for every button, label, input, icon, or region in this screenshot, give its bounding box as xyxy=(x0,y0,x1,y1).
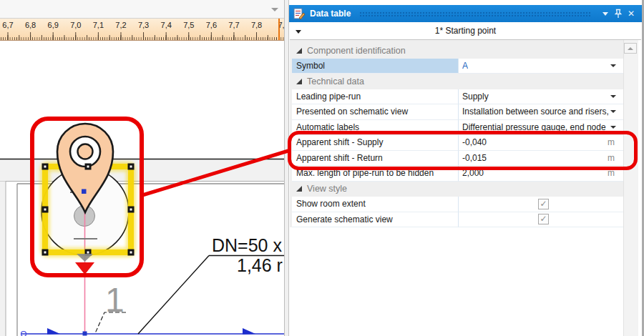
scroll-up-button[interactable] xyxy=(624,43,637,54)
property-label: Max. length of pipe-run to be hidden xyxy=(296,168,434,178)
section-header[interactable]: Technical data xyxy=(292,74,625,89)
section-label: Technical data xyxy=(307,76,364,87)
chevron-up-icon xyxy=(628,47,633,50)
collapse-icon xyxy=(296,79,302,84)
connection-node xyxy=(83,332,87,336)
property-value[interactable]: A xyxy=(462,61,468,71)
data-table-icon xyxy=(293,8,306,20)
ruler-tick-label: 6,8 xyxy=(25,21,36,29)
property-grid: Component identification Symbol A Techni… xyxy=(290,40,625,336)
ruler-tick-label: 6,7 xyxy=(2,21,13,29)
property-row-apparent-shift-return[interactable]: Apparent shift - Return -0,015 m xyxy=(292,151,625,167)
dn-label-line2: 1,46 r xyxy=(237,255,283,275)
horizontal-ruler: 6,7 6,8 6,9 7,0 7,1 7,2 7,3 7,4 7,5 7,6 … xyxy=(0,19,284,41)
titlebar-grip xyxy=(359,11,592,18)
ruler-tick-label: 7,4 xyxy=(161,21,172,29)
property-row-show-room-extent[interactable]: Show room extent ✓ xyxy=(292,197,625,212)
drawing-canvas[interactable]: DN=50 x 1,46 r 1 6,7 6,8 6,9 7,0 7,1 7,2… xyxy=(0,0,284,336)
ruler-tick-label: 7,8 xyxy=(251,21,262,29)
property-label: Symbol xyxy=(296,61,325,71)
checkbox-checked[interactable]: ✓ xyxy=(538,199,549,209)
property-row-max-hidden-length[interactable]: Max. length of pipe-run to be hidden 2,0… xyxy=(292,166,625,182)
ruler-tick-label: 7,6 xyxy=(206,21,217,29)
property-label: Leading pipe-run xyxy=(296,92,361,102)
distribution-pipe[interactable] xyxy=(21,328,285,336)
object-selector[interactable]: 1* Starting point xyxy=(290,22,641,40)
unit-label: m xyxy=(608,153,625,163)
property-row-leading-pipe-run[interactable]: Leading pipe-run Supply xyxy=(292,89,625,105)
ruler-tick-label: 7,3 xyxy=(138,21,149,29)
check-icon: ✓ xyxy=(540,199,547,209)
property-value[interactable]: 2,000 xyxy=(462,168,484,178)
ruler-tick-label: 7,5 xyxy=(183,21,194,29)
dropdown-arrow-icon[interactable] xyxy=(610,110,616,113)
section-label: Component identification xyxy=(307,46,406,56)
flow-arrow-icon xyxy=(243,328,255,335)
node-marker xyxy=(82,189,87,194)
ruler-tick-label: 7,0 xyxy=(70,21,81,29)
collapse-icon xyxy=(296,48,302,54)
property-value[interactable]: Supply xyxy=(462,92,489,102)
flow-arrow-icon xyxy=(47,328,60,335)
dropdown-arrow-icon[interactable] xyxy=(610,95,616,98)
property-row-presented-on-schematic[interactable]: Presented on schematic view Installation… xyxy=(292,104,625,120)
scrollbar-track[interactable] xyxy=(623,40,638,336)
ruler-position-marker xyxy=(278,19,280,41)
panel-titlebar[interactable]: Data table ✕ xyxy=(289,5,642,22)
canvas-toolbar-strip xyxy=(0,0,284,19)
plan-drawing: DN=50 x 1,46 r 1 xyxy=(0,0,284,336)
property-label: Apparent shift - Supply xyxy=(296,137,383,147)
ruler-tick-label: 7,2 xyxy=(115,21,126,29)
pin-icon xyxy=(614,9,623,19)
chevron-down-icon[interactable] xyxy=(271,8,278,11)
property-value[interactable]: Installation between source and risers, xyxy=(462,107,609,117)
ruler-tick-label: 7,1 xyxy=(93,21,104,29)
close-icon: ✕ xyxy=(628,9,635,18)
property-label: Generate schematic view xyxy=(296,214,393,224)
property-label: Presented on schematic view xyxy=(296,107,408,117)
red-flow-arrow-icon xyxy=(75,262,94,275)
unit-label: m xyxy=(608,137,625,147)
unit-label: m xyxy=(608,168,625,178)
property-row-automatic-labels[interactable]: Automatic labels Differential pressure g… xyxy=(292,120,625,136)
section-header[interactable]: Component identification xyxy=(292,43,625,59)
dropdown-arrow-icon[interactable] xyxy=(610,126,616,129)
ruler-ticks xyxy=(0,32,284,40)
window-position-button[interactable] xyxy=(599,7,612,20)
section-label: View style xyxy=(307,184,347,194)
property-row-generate-schematic[interactable]: Generate schematic view ✓ xyxy=(292,212,625,228)
property-label: Automatic labels xyxy=(296,122,359,132)
chevron-down-icon xyxy=(296,30,301,34)
property-value[interactable]: -0,015 xyxy=(462,153,487,163)
ruler-tick-label: 7,7 xyxy=(228,21,239,29)
collapse-icon xyxy=(296,186,302,192)
panel-title: Data table xyxy=(310,9,351,19)
chevron-down-icon xyxy=(602,12,608,16)
ruler-tick-label: 6,9 xyxy=(48,21,59,29)
property-row-symbol[interactable]: Symbol A xyxy=(292,59,625,74)
data-table-panel: Data table ✕ 1* Starting point Component… xyxy=(289,0,644,336)
property-label: Apparent shift - Return xyxy=(296,153,383,163)
check-icon: ✓ xyxy=(540,214,547,224)
node-number-label: 1 xyxy=(105,281,125,319)
close-button[interactable]: ✕ xyxy=(625,7,638,20)
grey-arrow xyxy=(77,254,93,262)
dropdown-arrow-icon[interactable] xyxy=(610,64,616,67)
dn-label-line1: DN=50 x xyxy=(212,235,282,255)
selected-object-label: 1* Starting point xyxy=(435,26,496,36)
pin-button[interactable] xyxy=(612,7,625,20)
property-value[interactable]: Differential pressure gauge, end node xyxy=(462,122,606,132)
property-value[interactable]: -0,040 xyxy=(462,137,487,147)
section-header[interactable]: View style xyxy=(292,182,625,197)
checkbox-checked[interactable]: ✓ xyxy=(538,214,549,224)
panel-splitter[interactable] xyxy=(284,0,289,336)
property-row-apparent-shift-supply[interactable]: Apparent shift - Supply -0,040 m xyxy=(292,135,625,151)
property-label: Show room extent xyxy=(296,199,366,209)
